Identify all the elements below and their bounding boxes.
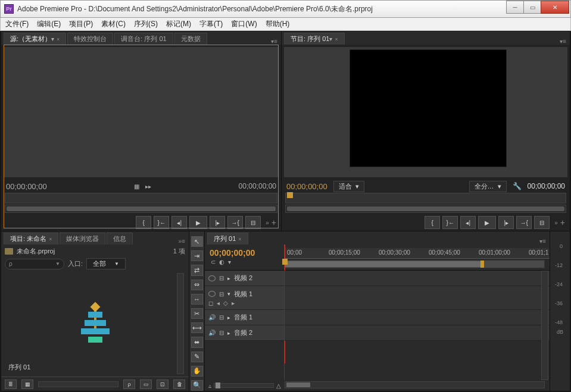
track-select-tool[interactable]: ⇥ xyxy=(191,250,203,261)
program-time-ruler[interactable] xyxy=(285,193,566,203)
playhead-head-icon[interactable] xyxy=(282,259,288,265)
sequence-item-label[interactable]: 序列 01 xyxy=(8,363,30,372)
zoom-in-icon[interactable]: △ xyxy=(276,382,281,389)
step-fwd-button[interactable]: |▸ xyxy=(210,216,225,229)
play-button[interactable]: ▶ xyxy=(478,216,496,229)
go-out-button[interactable]: →{ xyxy=(227,216,243,229)
panel-menu-icon[interactable]: ▾≡ xyxy=(539,238,546,244)
menu-file[interactable]: 文件(F) xyxy=(5,19,29,29)
chevron-icon[interactable]: ▸▸ xyxy=(145,183,151,190)
go-out-button[interactable]: →{ xyxy=(516,216,532,229)
source-scrollbar[interactable] xyxy=(5,205,277,213)
track-head-video1[interactable]: ⊟ ▾ 视频 1 ◻ ◂ ◇ ▸ xyxy=(205,286,284,310)
program-viewer[interactable] xyxy=(284,47,567,177)
marker-icon[interactable]: ◐ xyxy=(219,259,224,265)
dropdown-icon[interactable]: ▾ xyxy=(51,36,54,42)
zoom-out-icon[interactable]: ▵ xyxy=(208,382,211,389)
menu-help[interactable]: 帮助(H) xyxy=(266,19,290,29)
lane-audio1[interactable] xyxy=(285,310,550,325)
lock-icon[interactable]: ⊟ xyxy=(219,314,224,321)
tab-info[interactable]: 信息 xyxy=(107,233,133,244)
source-viewer[interactable] xyxy=(4,47,279,177)
tab-program[interactable]: 节目: 序列 01 ▾ × xyxy=(284,33,345,45)
lock-icon[interactable]: ⊟ xyxy=(219,275,224,281)
eye-icon[interactable] xyxy=(208,275,216,281)
hand-tool[interactable]: ✋ xyxy=(191,366,203,377)
more-icon[interactable]: » xyxy=(554,219,558,226)
track-head-audio2[interactable]: 🔊 ⊟ ▸ 音频 2 xyxy=(205,325,284,341)
collapse-icon[interactable]: ▸ xyxy=(227,330,230,336)
ripple-edit-tool[interactable]: ⇄ xyxy=(191,265,203,275)
maximize-button[interactable]: ▭ xyxy=(523,1,541,14)
menu-window[interactable]: 窗口(W) xyxy=(231,19,257,29)
menu-clip[interactable]: 素材(C) xyxy=(101,19,126,29)
timeline-zoom-slider[interactable]: ▵ △ xyxy=(205,381,285,390)
minimize-button[interactable]: ─ xyxy=(506,1,524,14)
new-bin-button[interactable]: ▭ xyxy=(140,380,152,389)
close-icon[interactable]: × xyxy=(49,236,52,242)
keyframe-icon[interactable]: ◻ xyxy=(208,300,213,306)
program-scrollbar[interactable] xyxy=(285,205,566,213)
collapse-icon[interactable]: ▾ xyxy=(227,291,230,297)
tab-source[interactable]: 源:（无素材） ▾ × xyxy=(4,33,66,45)
snap-icon[interactable]: ⊂ xyxy=(211,259,216,265)
timeline-ruler[interactable]: 00;00 00;00;15;00 00;00;30;00 00;00;45;0… xyxy=(285,244,550,270)
step-back-button[interactable]: ◂| xyxy=(460,216,476,229)
dropdown-icon[interactable]: ▼ xyxy=(55,261,60,266)
keyframe-prev-icon[interactable]: ◂ xyxy=(217,300,220,306)
tab-audio-mixer[interactable]: 调音台: 序列 01 xyxy=(114,33,173,45)
lane-video2[interactable] xyxy=(285,271,550,286)
menu-subtitle[interactable]: 字幕(T) xyxy=(199,19,223,29)
resolution-dropdown[interactable]: 全分… ▾ xyxy=(469,181,507,192)
vertical-scrollbar[interactable] xyxy=(541,271,548,380)
close-icon[interactable]: × xyxy=(57,36,60,42)
add-button-icon[interactable]: + xyxy=(272,218,276,227)
icon-view-button[interactable]: ▦ xyxy=(21,380,33,389)
keyframe-next-icon[interactable]: ▸ xyxy=(232,300,235,306)
work-area-bar[interactable] xyxy=(285,260,545,268)
step-fwd-button[interactable]: |▸ xyxy=(498,216,514,229)
speaker-icon[interactable]: 🔊 xyxy=(208,314,216,321)
lane-video1[interactable] xyxy=(285,286,550,310)
trash-button[interactable]: 🗑 xyxy=(173,380,185,389)
eye-icon[interactable] xyxy=(208,291,216,297)
track-lanes[interactable] xyxy=(285,271,550,380)
new-item-button[interactable]: ⊡ xyxy=(157,380,169,389)
wrench-icon[interactable]: 🔧 xyxy=(513,182,522,190)
close-button[interactable]: ✕ xyxy=(541,1,569,14)
step-back-button[interactable]: ◂| xyxy=(171,216,187,229)
grid-icon[interactable]: ▦ xyxy=(134,183,139,190)
lock-icon[interactable]: ⊟ xyxy=(219,291,224,297)
mark-out-button[interactable]: }← xyxy=(154,216,169,229)
mark-in-button[interactable]: { xyxy=(425,216,440,229)
lock-icon[interactable]: ⊟ xyxy=(219,330,224,336)
playhead-marker-icon[interactable] xyxy=(287,192,293,198)
slide-tool[interactable]: ⬌ xyxy=(191,337,203,347)
settings-icon[interactable]: ▾ xyxy=(228,259,231,265)
collapse-icon[interactable]: ▸ xyxy=(227,275,230,281)
razor-tool[interactable]: ✂ xyxy=(191,308,203,319)
source-time-ruler[interactable] xyxy=(5,193,277,203)
vertical-scrollbar[interactable] xyxy=(177,273,184,374)
menu-project[interactable]: 项目(P) xyxy=(69,19,93,29)
search-input[interactable]: ρ ▼ xyxy=(5,259,64,269)
rolling-edit-tool[interactable]: ⇔ xyxy=(191,280,203,290)
rate-stretch-tool[interactable]: ↔ xyxy=(191,294,203,305)
insert-button[interactable]: ⊟ xyxy=(245,216,261,229)
lift-button[interactable]: ⊟ xyxy=(534,216,550,229)
icon-size-slider[interactable] xyxy=(38,381,118,387)
track-head-audio1[interactable]: 🔊 ⊟ ▸ 音频 1 xyxy=(205,310,284,325)
dropdown-icon[interactable]: ▾ xyxy=(329,36,332,42)
list-view-button[interactable]: ≣ xyxy=(5,380,17,389)
mark-in-button[interactable]: { xyxy=(136,216,151,229)
close-icon[interactable]: × xyxy=(238,236,241,242)
tab-metadata[interactable]: 元数据 xyxy=(174,33,207,45)
collapse-icon[interactable]: ▸ xyxy=(227,315,230,321)
pen-tool[interactable]: ✎ xyxy=(191,352,203,362)
entry-dropdown[interactable]: 全部 ▼ xyxy=(86,258,126,269)
mark-out-button[interactable]: }← xyxy=(442,216,458,229)
menu-edit[interactable]: 编辑(E) xyxy=(37,19,61,29)
keyframe-add-icon[interactable]: ◇ xyxy=(223,300,228,306)
panel-menu-icon[interactable]: ▾≡ xyxy=(271,38,277,45)
tab-effect-controls[interactable]: 特效控制台 xyxy=(67,33,113,45)
